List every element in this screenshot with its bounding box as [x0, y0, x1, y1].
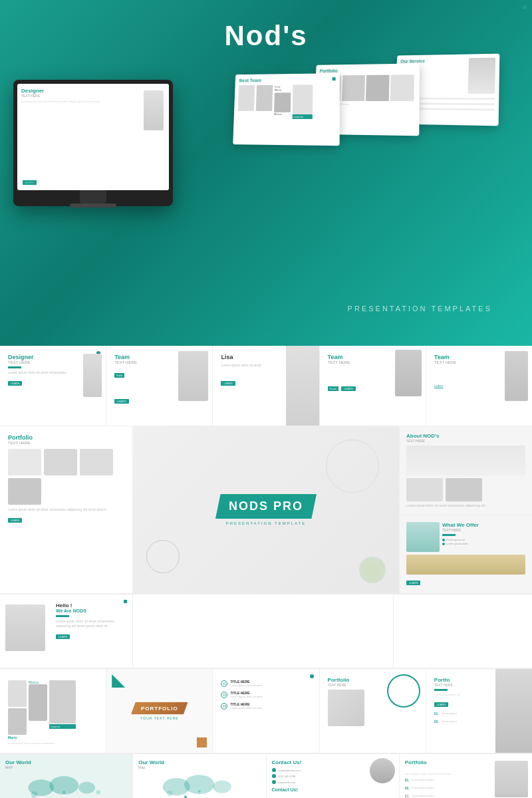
lisanna-label: Lisanna — [49, 724, 76, 729]
team-thumb-4 — [49, 680, 76, 724]
what-we-offer-cell: What We Offer TEXT HERE Lorem ipsum sit … — [400, 515, 532, 593]
world-map-svg-1 — [5, 769, 127, 798]
what-we-offer-line — [442, 534, 456, 536]
slide-cell-designer: Designer TEXT HERE Lorem ipsum dolor sit… — [0, 346, 106, 426]
about-nods-cell: About NOD's TEXT HERE Lorem ipsum dolor … — [400, 426, 532, 515]
fashion-img — [495, 669, 532, 753]
monitor-base — [70, 203, 116, 207]
hello-subtitle: We Are NODS — [56, 608, 124, 613]
about-nods-subtitle: TEXT HERE — [406, 439, 525, 443]
portfolio-fashion-line — [434, 689, 448, 691]
cell-lisa-learn[interactable]: LEARN — [221, 381, 235, 386]
portfolio-text: Lorem ipsum dolor sit amet consectetur a… — [8, 507, 124, 512]
num-1: 01 — [221, 680, 227, 687]
about-nods-text: Lorem ipsum dolor sit amet consectetur a… — [406, 503, 525, 508]
team-thumb-2 — [8, 708, 27, 735]
what-we-offer-img — [406, 522, 440, 552]
contact-label: Contact Us! — [272, 787, 394, 792]
portfolio-left-cell: Portfolio TEXT HERE Lorem ipsum dolor si… — [0, 426, 133, 593]
portfolio-shape-text: PORTFOLIO — [131, 702, 188, 715]
nods-pro-banner: NODS PRO — [215, 494, 317, 519]
numbered-dot — [310, 674, 314, 678]
hello-learn[interactable]: LEARN — [56, 634, 70, 639]
num-2-text: Lorem ipsum dolor sit amet — [230, 695, 311, 698]
portfolio-circle-cell: Portfolio TEXT HERE — [320, 669, 426, 753]
about-nods-title: About NOD's — [406, 433, 525, 439]
contact-info-3: www.nods.com — [278, 781, 296, 784]
geo-shape-2 — [197, 737, 207, 747]
slide-best-team: Best Team Lucy Marry Mocca Lisanna — [233, 73, 340, 146]
hello-img — [5, 604, 45, 651]
offer-item-2: Lorem ipsum dolor — [446, 542, 468, 545]
portfolio-fashion-learn[interactable]: LEARN — [434, 702, 448, 707]
nods-pro-sub: PRESENTATION TEMPLATE — [215, 521, 317, 525]
team-thumb-3 — [29, 684, 47, 721]
what-we-offer-subtitle: TEXT HERE — [442, 528, 479, 532]
slide-cell-team-paula: Team TEXT HERE Paula LEARN — [320, 346, 426, 426]
monitor-stand — [80, 190, 106, 203]
footer-portfolio-img — [495, 761, 528, 797]
slide-row-hello: Hello ! We Are NODS Lorem ipsum dolor si… — [0, 594, 532, 668]
svg-point-10 — [198, 790, 201, 793]
portfolio-fashion-cell: Portfo TEXT HERE Lorem ipsum dolor sit L… — [426, 669, 532, 753]
hello-sq — [124, 600, 127, 603]
filler-cell-2 — [394, 595, 532, 668]
number-item-2: 02 TITLE HERE Lorem ipsum dolor sit amet — [221, 691, 311, 698]
num-1-text: Lorem ipsum dolor sit amet — [230, 684, 311, 687]
num-2: 02 — [221, 692, 227, 698]
hello-title: Hello ! — [56, 602, 124, 608]
contact-icon-3 — [272, 780, 276, 784]
kiehl-name-tag: Kiehl — [114, 373, 124, 378]
team-thumb-1 — [8, 680, 27, 707]
numbered-list-cell: 01 TITLE HERE Lorem ipsum dolor sit amet… — [213, 669, 319, 753]
contact-avatar — [370, 758, 395, 783]
team-text: Lorem ipsum dolor sit amet consectetur — [8, 741, 98, 745]
svg-point-12 — [184, 795, 187, 798]
our-world-2-cell: Our World Map Our World — [133, 754, 266, 798]
about-nods-img — [406, 446, 525, 475]
our-world-2-title: Our World — [138, 759, 260, 765]
contact-info-1: contact@nods.com — [278, 769, 301, 772]
footer-row: Our World MAP Our World Our World Map Ou… — [0, 753, 532, 798]
slide-cell-team-kiehl: Team TEXT HERE Kiehl LEARN — [106, 346, 213, 426]
svg-point-8 — [213, 781, 232, 793]
cell-kiehl-learn[interactable]: LEARN — [114, 399, 128, 404]
num-3: 03 — [221, 703, 227, 710]
cell-paula-learn[interactable]: LEARN — [341, 386, 355, 391]
filler-cell-1 — [133, 595, 394, 668]
about-nods-img-small-2 — [446, 478, 482, 501]
number-item-1: 01 TITLE HERE Lorem ipsum dolor sit amet — [221, 680, 311, 687]
large-center-section: Portfolio TEXT HERE Lorem ipsum dolor si… — [0, 426, 532, 594]
contact-icon-1 — [272, 768, 276, 772]
presentation-label: PRESENTATION TEMPLATES — [348, 305, 492, 313]
what-we-offer-title: What We Offer — [442, 522, 479, 528]
contact-info-2: +012 345 6789 — [278, 775, 296, 778]
portfolio-learn[interactable]: LEARN — [8, 518, 22, 523]
slide-row-3: Marry Mocca Lisanna Lorem ipsum dolor si… — [0, 668, 532, 753]
team-thumbs-cell: Marry Mocca Lisanna Lorem ipsum dolor si… — [0, 669, 106, 753]
what-we-offer-learn[interactable]: LEARN — [406, 581, 420, 585]
hello-line — [56, 615, 69, 617]
slide-cell-team-ariel: Team TEXT HERE LEARN — [426, 346, 532, 426]
portfolio-subtitle: TEXT HERE — [8, 441, 124, 445]
marry-label: Marry — [8, 735, 27, 739]
svg-point-3 — [31, 791, 38, 798]
world-map-svg-2 — [138, 769, 260, 798]
number-list: 01 TITLE HERE Lorem ipsum dolor sit amet… — [221, 680, 311, 710]
svg-point-9 — [167, 791, 172, 796]
nods-pro-center: NODS PRO PRESENTATION TEMPLATE — [133, 426, 399, 593]
offer-item-1: Lorem ipsum sit — [446, 538, 465, 541]
svg-point-4 — [96, 790, 100, 795]
hero-title: Nod's — [225, 20, 308, 52]
monitor-screen: Designer TEXT HERE Lorem ipsum dolor sit… — [17, 84, 169, 190]
our-world-1-title: Our World — [5, 759, 127, 765]
what-we-offer-img-2 — [406, 555, 525, 575]
portfolio-dot — [523, 5, 527, 9]
num-3-text: Lorem ipsum dolor sit amet — [230, 706, 311, 710]
svg-point-2 — [78, 782, 95, 794]
hello-nods-cell: Hello ! We Are NODS Lorem ipsum dolor si… — [0, 595, 133, 668]
hello-text: Lorem ipsum dolor sit amet consectetur a… — [56, 619, 124, 628]
number-item-3: 03 TITLE HERE Lorem ipsum dolor sit amet — [221, 702, 311, 710]
cell-designer-learn[interactable]: LEARN — [8, 381, 22, 386]
right-stack: About NOD's TEXT HERE Lorem ipsum dolor … — [399, 426, 532, 593]
